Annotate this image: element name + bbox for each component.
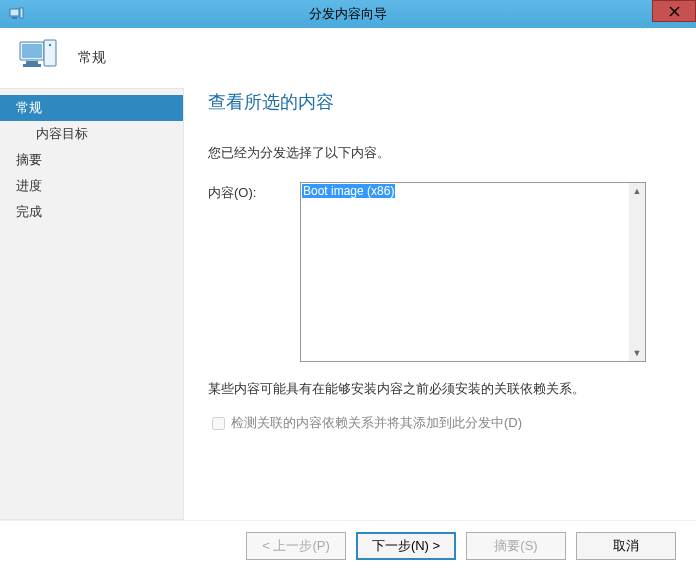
- wizard-footer: < 上一步(P) 下一步(N) > 摘要(S) 取消: [0, 520, 696, 570]
- svg-rect-7: [26, 61, 38, 64]
- summary-button: 摘要(S): [466, 532, 566, 560]
- wizard-body: 常规 内容目标 摘要 进度 完成 查看所选的内容 您已经为分发选择了以下内容。 …: [0, 88, 696, 520]
- titlebar: 分发内容向导: [0, 0, 696, 28]
- page-title: 查看所选的内容: [208, 90, 676, 114]
- close-button[interactable]: [652, 0, 696, 22]
- window-title: 分发内容向导: [0, 5, 696, 23]
- nav-item-summary[interactable]: 摘要: [0, 147, 183, 173]
- nav-item-general[interactable]: 常规: [0, 95, 183, 121]
- scroll-up-icon[interactable]: ▲: [629, 183, 645, 199]
- page-subtext: 您已经为分发选择了以下内容。: [208, 144, 676, 162]
- wizard-header-label: 常规: [78, 49, 106, 67]
- nav-item-progress[interactable]: 进度: [0, 173, 183, 199]
- nav-item-content-destination[interactable]: 内容目标: [0, 121, 183, 147]
- next-button[interactable]: 下一步(N) >: [356, 532, 456, 560]
- close-icon: [669, 6, 680, 17]
- list-item[interactable]: Boot image (x86): [302, 184, 395, 198]
- wizard-header: 常规: [0, 28, 696, 88]
- detect-dependencies-row[interactable]: 检测关联的内容依赖关系并将其添加到此分发中(D): [212, 414, 676, 432]
- dependency-note: 某些内容可能具有在能够安装内容之前必须安装的关联依赖关系。: [208, 380, 676, 398]
- cancel-button[interactable]: 取消: [576, 532, 676, 560]
- wizard-header-icon: [16, 36, 60, 80]
- wizard-content: 查看所选的内容 您已经为分发选择了以下内容。 内容(O): Boot image…: [184, 88, 696, 520]
- svg-point-10: [49, 44, 51, 46]
- content-list-label: 内容(O):: [208, 182, 300, 202]
- detect-dependencies-checkbox: [212, 417, 225, 430]
- previous-button: < 上一步(P): [246, 532, 346, 560]
- content-row: 内容(O): Boot image (x86) ▲ ▼: [208, 182, 676, 362]
- nav-item-completion[interactable]: 完成: [0, 199, 183, 225]
- detect-dependencies-label: 检测关联的内容依赖关系并将其添加到此分发中(D): [231, 414, 522, 432]
- content-listbox[interactable]: Boot image (x86) ▲ ▼: [300, 182, 646, 362]
- svg-rect-6: [22, 44, 42, 58]
- scroll-down-icon[interactable]: ▼: [629, 345, 645, 361]
- content-listbox-inner: Boot image (x86): [301, 183, 629, 361]
- wizard-sidebar: 常规 内容目标 摘要 进度 完成: [0, 88, 184, 520]
- svg-rect-8: [23, 64, 41, 67]
- scrollbar[interactable]: ▲ ▼: [629, 183, 645, 361]
